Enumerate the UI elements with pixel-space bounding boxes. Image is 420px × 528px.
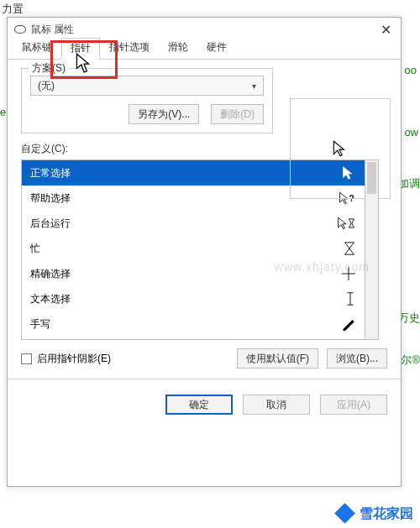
list-item[interactable]: 手写: [22, 311, 365, 337]
tab-hardware[interactable]: 硬件: [197, 37, 236, 59]
scroll-thumb[interactable]: [367, 162, 376, 194]
list-item[interactable]: 后台运行: [22, 211, 365, 236]
delete-button[interactable]: 删除(D): [211, 104, 264, 124]
cursor-name: 文本选择: [30, 292, 71, 306]
scheme-combobox[interactable]: (无) ▾: [30, 76, 264, 96]
scheme-legend: 方案(S): [29, 61, 69, 76]
crosshair-cursor-icon: [341, 266, 356, 281]
close-button[interactable]: ✕: [377, 22, 394, 38]
checkbox-label: 启用指针阴影(E): [37, 352, 111, 366]
brand-logo-icon: [336, 504, 354, 523]
cursor-name: 帮助选择: [30, 191, 71, 206]
cursor-name: 手写: [30, 317, 50, 332]
apply-button[interactable]: 应用(A): [320, 395, 387, 415]
bg-text: oo: [405, 64, 417, 76]
use-default-button[interactable]: 使用默认值(F): [237, 348, 318, 369]
pointer-shadow-checkbox[interactable]: 启用指针阴影(E): [21, 352, 111, 366]
cursor-name: 后台运行: [30, 217, 71, 231]
bg-text: 尔®: [401, 353, 420, 368]
bg-text: ow: [404, 126, 418, 139]
save-as-button[interactable]: 另存为(V)...: [129, 104, 199, 124]
tab-buttons[interactable]: 鼠标键: [13, 37, 61, 59]
mouse-properties-dialog: 鼠标 属性 ✕ 鼠标键 指针 指针选项 滑轮 硬件 方案(S) (无) ▾ 另存…: [7, 17, 402, 487]
hourglass-cursor-icon: [343, 241, 356, 256]
scheme-value: (无): [38, 79, 55, 93]
chevron-down-icon: ▾: [252, 81, 256, 91]
list-item[interactable]: 精确选择: [22, 261, 365, 286]
cancel-button[interactable]: 取消: [243, 395, 310, 415]
tabstrip: 鼠标键 指针 指针选项 滑轮 硬件: [8, 41, 401, 60]
bg-text: 力置: [2, 2, 24, 17]
pen-cursor-icon: [341, 316, 356, 332]
checkbox-box-icon: [21, 353, 32, 364]
busy-arrow-cursor-icon: [336, 216, 356, 231]
cursor-name: 忙: [30, 242, 40, 256]
cursor-name: 正常选择: [30, 166, 71, 180]
mouse-icon: [14, 25, 26, 34]
tab-pointer-options[interactable]: 指针选项: [100, 37, 159, 59]
arrow-cursor-icon: [331, 139, 349, 158]
scheme-fieldset: 方案(S) (无) ▾ 另存为(V)... 删除(D): [21, 68, 273, 133]
ibeam-cursor-icon: [344, 291, 356, 306]
brand-footer: 雪花家园: [336, 504, 413, 523]
brand-name: 雪花家园: [360, 505, 413, 523]
browse-button[interactable]: 浏览(B)...: [327, 348, 387, 369]
dialog-title: 鼠标 属性: [31, 23, 74, 37]
tab-pointers[interactable]: 指针: [61, 38, 100, 60]
list-scrollbar[interactable]: [365, 159, 379, 340]
tab-wheel[interactable]: 滑轮: [159, 37, 197, 59]
cursor-name: 精确选择: [30, 267, 71, 281]
list-item[interactable]: 忙: [22, 236, 365, 261]
separator: [8, 379, 401, 379]
tab-content: 方案(S) (无) ▾ 另存为(V)... 删除(D) 自定义(C): 正常选择: [8, 60, 401, 384]
list-item[interactable]: 文本选择: [22, 286, 365, 311]
ok-button[interactable]: 确定: [165, 395, 233, 415]
